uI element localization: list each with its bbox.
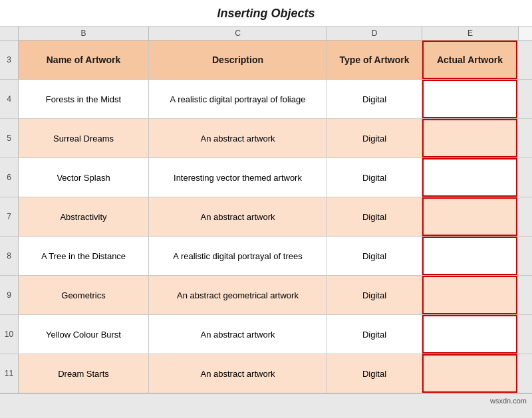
- cell-description-10: An abstract artwork: [149, 315, 327, 354]
- cell-name-5: Surreal Dreams: [19, 119, 149, 157]
- cell-type-9: Digital: [327, 276, 422, 314]
- cell-name-11: Dream Starts: [19, 354, 149, 393]
- watermark-text: wsxdn.com: [490, 397, 527, 405]
- table-row: 6 Vector Splash Interesting vector theme…: [0, 158, 532, 197]
- table-row: 9 Geometrics An abstract geometrical art…: [0, 276, 532, 315]
- spreadsheet-title: Inserting Objects: [0, 0, 532, 27]
- header-description-text: Description: [212, 54, 263, 65]
- cell-name-7: Abstractivity: [19, 197, 149, 236]
- cell-type-6: Digital: [327, 158, 422, 197]
- cell-name-8: A Tree in the Distance: [19, 237, 149, 275]
- cell-type-4: Digital: [327, 80, 422, 118]
- table-row: 7 Abstractivity An abstract artwork Digi…: [0, 197, 532, 237]
- column-headers-row: B C D E: [0, 27, 532, 41]
- header-type-cell: Type of Artwork: [327, 41, 422, 79]
- bottom-bar: wsxdn.com: [0, 393, 532, 407]
- cell-artwork-4: [422, 80, 517, 118]
- row-num-6: 6: [0, 158, 19, 197]
- col-header-c: C: [149, 27, 327, 40]
- cell-type-8: Digital: [327, 237, 422, 275]
- cell-description-11: An abstract artwork: [149, 354, 327, 393]
- title-text: Inserting Objects: [217, 7, 315, 20]
- header-name-text: Name of Artwork: [47, 54, 121, 65]
- cell-description-5: An abstract artwork: [149, 119, 327, 157]
- row-num-9: 9: [0, 276, 19, 314]
- data-rows: 4 Forests in the Midst A realistic digit…: [0, 80, 532, 393]
- row-num-5: 5: [0, 119, 19, 157]
- row-num-4: 4: [0, 80, 19, 118]
- col-header-d: D: [327, 27, 422, 40]
- table-row: 4 Forests in the Midst A realistic digit…: [0, 80, 532, 119]
- cell-artwork-9: [422, 276, 517, 314]
- cell-type-7: Digital: [327, 197, 422, 236]
- cell-name-4: Forests in the Midst: [19, 80, 149, 118]
- header-row: 3 Name of Artwork Description Type of Ar…: [0, 41, 532, 80]
- cell-artwork-7: [422, 197, 517, 236]
- cell-artwork-10: [422, 315, 517, 354]
- cell-name-10: Yellow Colour Burst: [19, 315, 149, 354]
- col-header-b: B: [19, 27, 149, 40]
- header-description-cell: Description: [149, 41, 327, 79]
- header-artwork-text: Actual Artwork: [437, 54, 503, 65]
- cell-description-8: A realistic digital portrayal of trees: [149, 237, 327, 275]
- cell-type-11: Digital: [327, 354, 422, 393]
- header-artwork-cell: Actual Artwork: [422, 41, 517, 79]
- row-num-10: 10: [0, 315, 19, 354]
- table-row: 8 A Tree in the Distance A realistic dig…: [0, 237, 532, 276]
- cell-artwork-5: [422, 119, 517, 157]
- cell-description-9: An abstract geometrical artwork: [149, 276, 327, 314]
- header-name-cell: Name of Artwork: [19, 41, 149, 79]
- table-row: 10 Yellow Colour Burst An abstract artwo…: [0, 315, 532, 354]
- cell-artwork-6: [422, 158, 517, 197]
- cell-description-4: A realistic digital portrayal of foliage: [149, 80, 327, 118]
- row-num-8: 8: [0, 237, 19, 275]
- table-row: 5 Surreal Dreams An abstract artwork Dig…: [0, 119, 532, 158]
- spreadsheet: Inserting Objects B C D E 3 Name of Artw…: [0, 0, 532, 418]
- cell-name-6: Vector Splash: [19, 158, 149, 197]
- col-header-e: E: [422, 27, 519, 40]
- cell-description-6: Interesting vector themed artwork: [149, 158, 327, 197]
- cell-artwork-11: [422, 354, 517, 393]
- cell-type-5: Digital: [327, 119, 422, 157]
- row-num-11: 11: [0, 354, 19, 393]
- cell-artwork-8: [422, 237, 517, 275]
- cell-type-10: Digital: [327, 315, 422, 354]
- cell-description-7: An abstract artwork: [149, 197, 327, 236]
- row-num-3: 3: [0, 41, 19, 79]
- table-row: 11 Dream Starts An abstract artwork Digi…: [0, 354, 532, 393]
- cell-name-9: Geometrics: [19, 276, 149, 314]
- header-type-text: Type of Artwork: [339, 54, 409, 65]
- corner-cell: [0, 27, 19, 40]
- row-num-7: 7: [0, 197, 19, 236]
